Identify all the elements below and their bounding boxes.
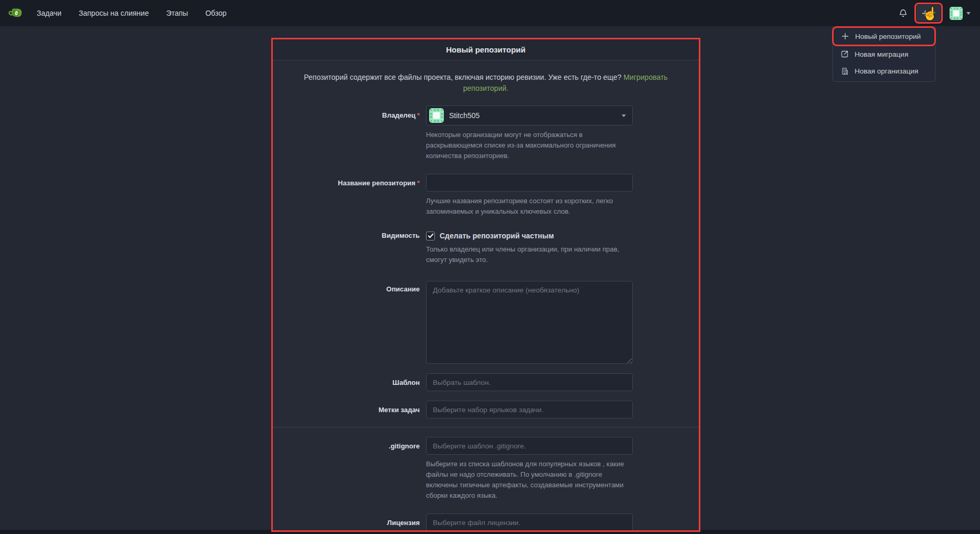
- owner-field: Владелец*: [285, 106, 686, 161]
- create-dropdown-menu: Новый репозиторий Новая миграция: [833, 26, 935, 82]
- description-field: Описание: [285, 281, 686, 364]
- required-marker: *: [417, 111, 420, 119]
- owner-avatar: [429, 108, 444, 123]
- repo-name-input[interactable]: [426, 174, 633, 192]
- nav-explore[interactable]: Обзор: [205, 9, 226, 17]
- create-new-button[interactable]: [917, 5, 941, 22]
- primary-nav: Задачи Запросы на слияние Этапы Обзор: [37, 9, 227, 17]
- issue-labels-select[interactable]: [426, 401, 633, 418]
- notifications-bell-icon[interactable]: [899, 8, 908, 18]
- chevron-down-icon: [966, 12, 971, 15]
- description-label: Описание: [285, 281, 420, 364]
- menu-item-new-organization[interactable]: Новая организация: [833, 62, 935, 79]
- issue-labels-field: Метки задач: [285, 401, 686, 418]
- visibility-field: Видимость Сделать репозиторий частным То…: [285, 231, 686, 265]
- owner-select[interactable]: Stitch505: [426, 106, 633, 125]
- annotation-box-plus-button: [914, 3, 943, 24]
- section-divider: [273, 427, 699, 427]
- menu-item-new-repository[interactable]: Новый репозиторий: [834, 28, 934, 45]
- description-textarea[interactable]: [426, 281, 633, 364]
- owner-value: Stitch505: [449, 111, 622, 120]
- chevron-down-icon: [931, 12, 935, 15]
- plus-icon: [922, 10, 929, 17]
- plus-icon: [841, 33, 849, 40]
- new-repository-form-panel: Новый репозиторий Репозиторий содержит в…: [271, 38, 700, 532]
- template-select[interactable]: [426, 373, 633, 391]
- visibility-label: Видимость: [285, 231, 420, 265]
- owner-label: Владелец*: [285, 106, 420, 161]
- intro-text: Репозиторий содержит все файлы проекта, …: [296, 72, 676, 94]
- repo-name-field: Название репозитория* Лучшие названия ре…: [285, 174, 686, 217]
- migrate-icon: [840, 50, 849, 58]
- nav-pull-requests[interactable]: Запросы на слияние: [79, 9, 149, 17]
- required-marker: *: [417, 179, 420, 187]
- license-select[interactable]: [426, 514, 633, 531]
- menu-item-new-migration[interactable]: Новая миграция: [833, 46, 935, 62]
- gitignore-field: .gitignore Выберите из списка шаблонов д…: [285, 437, 686, 501]
- license-field: Лицензия Лицензия определяет, что другие…: [285, 514, 686, 532]
- private-checkbox[interactable]: [426, 232, 435, 240]
- repo-name-label: Название репозитория*: [285, 174, 420, 217]
- navbar: Задачи Запросы на слияние Этапы Обзор: [0, 0, 980, 26]
- panel-header: Новый репозиторий: [273, 39, 699, 60]
- visibility-help: Только владелец или члены организации, п…: [426, 244, 633, 265]
- user-avatar: [950, 7, 963, 20]
- page-title: Новый репозиторий: [446, 45, 526, 54]
- issue-labels-label: Метки задач: [285, 401, 420, 418]
- panel-body: Репозиторий содержит все файлы проекта, …: [273, 60, 699, 532]
- chevron-down-icon: [622, 114, 626, 117]
- nav-milestones[interactable]: Этапы: [166, 9, 188, 17]
- menu-item-label: Новая организация: [855, 67, 918, 75]
- annotation-box-new-repository: Новый репозиторий: [834, 28, 934, 45]
- menu-item-label: Новый репозиторий: [855, 33, 921, 40]
- repo-name-help: Лучшие названия репозиториев состоят из …: [426, 196, 633, 217]
- intro-sentence: Репозиторий содержит все файлы проекта, …: [304, 73, 621, 81]
- private-checkbox-label[interactable]: Сделать репозиторий частным: [440, 232, 554, 240]
- navbar-right: [899, 0, 971, 26]
- menu-item-label: Новая миграция: [855, 50, 908, 58]
- organization-icon: [840, 67, 849, 75]
- template-label: Шаблон: [285, 373, 420, 391]
- gitignore-label: .gitignore: [285, 437, 420, 501]
- owner-help: Некоторые организации могут не отображат…: [426, 130, 633, 161]
- gitea-logo-icon[interactable]: [8, 6, 22, 20]
- gitignore-select[interactable]: [426, 437, 633, 455]
- gitignore-help: Выберите из списка шаблонов для популярн…: [426, 459, 633, 501]
- template-field: Шаблон: [285, 373, 686, 391]
- nav-issues[interactable]: Задачи: [37, 9, 61, 17]
- user-menu[interactable]: [950, 7, 971, 20]
- license-label: Лицензия: [285, 514, 420, 532]
